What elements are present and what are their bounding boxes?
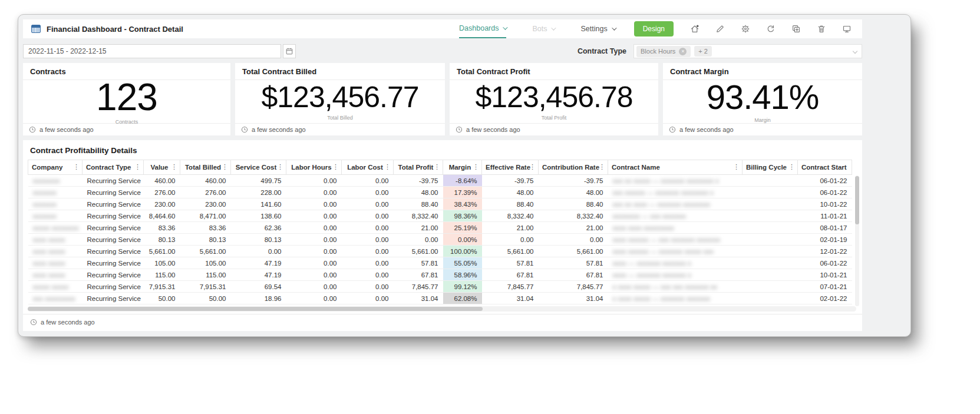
column-header-contract-name[interactable]: Contract Name⋮ [608,160,743,175]
billing-cycle-cell [743,210,798,222]
labor-cost-cell: 0.00 [342,269,394,281]
column-menu-icon[interactable]: ⋮ [277,163,283,171]
company-cell: xxxxx xxxxxxxx [33,224,79,231]
column-header-total-billed[interactable]: Total Billed⋮ [180,160,231,175]
total-billed-cell: 105.00 [180,257,231,269]
table-row[interactable]: xxx xxxxxxxxx Recurring Service 50.00 50… [28,293,852,304]
effective-rate-cell: 31.04 [482,293,539,304]
column-menu-icon[interactable]: ⋮ [434,163,440,171]
column-header-margin[interactable]: Margin⋮ [443,160,482,175]
column-menu-icon[interactable]: ⋮ [73,163,80,171]
kpi-row: Contracts 123 Contracts a few seconds ag… [23,63,862,135]
contribution-rate-cell: 57.81 [539,257,608,269]
column-menu-icon[interactable]: ⋮ [384,163,391,171]
gear-icon[interactable] [741,24,750,34]
effective-rate-cell: 57.81 [482,257,539,269]
value-cell: 230.00 [144,198,180,210]
column-menu-icon[interactable]: ⋮ [529,163,536,171]
calendar-icon[interactable] [283,44,296,58]
vertical-scrollbar-thumb[interactable] [855,176,859,224]
contract-name-cell: xxxx xxxx xxxxxxxxx [613,224,674,231]
effective-rate-cell: 8,332.40 [482,210,539,222]
horizontal-scrollbar-thumb[interactable] [28,307,483,311]
nav-settings[interactable]: Settings [580,19,615,38]
design-button[interactable]: Design [634,21,674,37]
column-menu-icon[interactable]: ⋮ [788,163,795,171]
contribution-rate-cell: 7,845.77 [539,281,608,293]
duplicate-icon[interactable] [791,24,801,34]
column-header-effective-rate[interactable]: Effective Rate⋮ [482,160,539,175]
table-row[interactable]: xxxx xxxxx Recurring Service 105.00 105.… [28,257,852,269]
selected-tag-label: Block Hours [641,48,675,55]
contract-type-cell: Recurring Service [83,257,144,269]
labor-cost-cell: 0.00 [342,198,394,210]
labor-hours-cell: 0.00 [286,222,342,234]
column-header-billing-cycle[interactable]: Billing Cycle⋮ [743,160,798,175]
company-cell: xxxxxxx [33,189,57,196]
chevron-down-icon [503,25,508,29]
service-cost-cell: 62.36 [231,222,286,234]
column-header-labor-cost[interactable]: Labor Cost⋮ [342,160,394,175]
more-tag[interactable]: + 2 [694,46,712,57]
kpi-sublabel: Total Billed [327,115,353,121]
table-row[interactable]: xxxx xxxxx Recurring Service 80.13 80.13… [28,234,852,246]
column-header-value[interactable]: Value⋮ [144,160,180,175]
contribution-rate-cell: -39.75 [539,175,608,187]
effective-rate-cell: 0.00 [482,234,539,246]
labor-hours-cell: 0.00 [286,257,342,269]
value-cell: 276.00 [144,187,180,198]
close-icon[interactable]: × [679,48,687,55]
column-header-contract-start[interactable]: Contract Start [798,160,852,175]
table-row[interactable]: xxxxxxx Recurring Service 276.00 276.00 … [28,187,852,198]
column-header-company[interactable]: Company⋮ [28,160,83,175]
table-row[interactable]: xxxxxxx Recurring Service 230.00 230.00 … [28,198,852,210]
refresh-icon[interactable] [766,24,776,34]
column-header-service-cost[interactable]: Service Cost⋮ [231,160,286,175]
trash-icon[interactable] [817,24,826,34]
column-menu-icon[interactable]: ⋮ [332,163,339,171]
column-menu-icon[interactable]: ⋮ [599,163,605,171]
table-row[interactable]: xxxx xxxxx Recurring Service 115.00 115.… [28,269,852,281]
vertical-scrollbar[interactable] [855,175,859,306]
total-profit-cell: 48.00 [394,187,443,198]
effective-rate-cell: 67.81 [482,269,539,281]
column-header-total-profit[interactable]: Total Profit⋮ [394,160,443,175]
horizontal-scrollbar[interactable] [28,306,856,312]
service-cost-cell: 18.96 [231,293,286,304]
table-body: xxxxxxxx Recurring Service 460.00 460.00… [28,175,852,304]
table-row[interactable]: xxxxx xxxxxxxx Recurring Service 83.36 8… [28,222,852,234]
billing-cycle-cell [743,246,798,257]
effective-rate-cell: 7,845.77 [482,281,539,293]
total-profit-cell: 88.40 [394,198,443,210]
value-cell: 105.00 [144,257,180,269]
total-billed-cell: 276.00 [180,187,231,198]
column-header-contract-type[interactable]: Contract Type⋮ [83,160,144,175]
column-header-contribution-rate[interactable]: Contribution Rate⋮ [539,160,608,175]
table-row[interactable]: xxxxx xxxxx Recurring Service 7,915.31 7… [28,281,852,293]
nav-dashboards[interactable]: Dashboards [459,19,506,38]
table-row[interactable]: xxxx xxxxx Recurring Service 5,661.00 5,… [28,246,852,257]
edit-icon[interactable] [715,24,725,34]
dashboard-window: Financial Dashboard - Contract Detail Da… [18,14,911,337]
column-header-labor-hours[interactable]: Labor Hours⋮ [286,160,342,175]
column-menu-icon[interactable]: ⋮ [473,163,479,171]
column-menu-icon[interactable]: ⋮ [733,163,740,171]
company-cell: xxxx xxxxx [33,236,65,243]
contract-type-select[interactable]: Block Hours × + 2 [633,44,862,58]
table-row[interactable]: xxxxxxx Recurring Service 8,464.60 8,471… [28,210,852,222]
date-range-input[interactable] [23,44,281,58]
column-menu-icon[interactable]: ⋮ [134,163,141,171]
table-row[interactable]: xxxxxxxx Recurring Service 460.00 460.00… [28,175,852,187]
contract-name-cell: x xxxx xxxxx — xxx xxx xxxxxxx xx [613,283,718,290]
contribution-rate-cell: 8,332.40 [539,210,608,222]
display-icon[interactable] [842,24,852,34]
home-notification-icon[interactable] [690,24,699,34]
labor-cost-cell: 0.00 [342,210,394,222]
contribution-rate-cell: 31.04 [539,293,608,304]
column-menu-icon[interactable]: ⋮ [171,163,177,171]
margin-cell: 55.05% [443,257,482,269]
column-menu-icon[interactable]: ⋮ [222,163,228,171]
total-profit-cell: 8,332.40 [394,210,443,222]
labor-hours-cell: 0.00 [286,269,342,281]
total-profit-cell: 21.00 [394,222,443,234]
